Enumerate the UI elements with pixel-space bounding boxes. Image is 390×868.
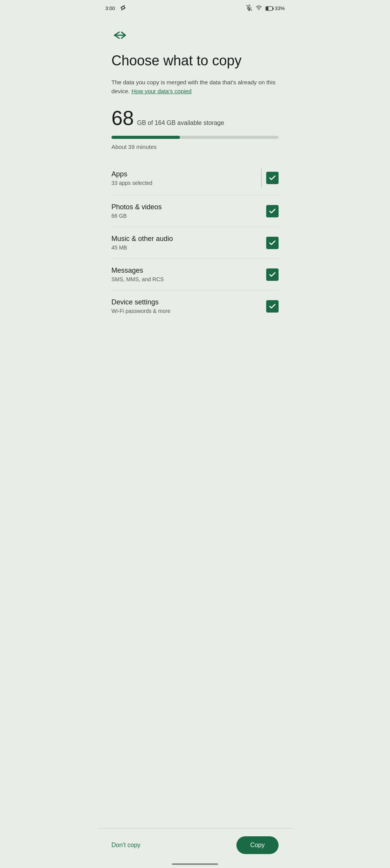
music-checkbox[interactable] [266, 237, 279, 249]
photos-checkbox[interactable] [266, 205, 279, 217]
apps-item-right [261, 169, 279, 187]
photos-title: Photos & videos [111, 203, 266, 211]
device-settings-checkbox[interactable] [266, 300, 279, 313]
wifi-icon [255, 5, 262, 12]
photos-item[interactable]: Photos & videos 66 GB [111, 195, 279, 227]
music-item[interactable]: Music & other audio 45 MB [111, 227, 279, 259]
messages-item[interactable]: Messages SMS, MMS, and RCS [111, 259, 279, 290]
data-items-list: Apps 33 apps selected Photos & videos 66… [111, 161, 279, 322]
device-settings-right [266, 300, 279, 313]
photos-subtitle: 66 GB [111, 213, 266, 219]
storage-label: GB of 164 GB available storage [137, 120, 224, 126]
music-item-right [266, 237, 279, 249]
battery-icon: 33% [265, 5, 285, 11]
page-title: Choose what to copy [111, 52, 279, 69]
apps-item-left: Apps 33 apps selected [111, 170, 261, 186]
how-data-copied-link[interactable]: How your data's copied [132, 88, 192, 94]
back-arrow[interactable] [111, 29, 279, 43]
time-display: 3:00 [105, 5, 115, 11]
music-item-left: Music & other audio 45 MB [111, 235, 266, 251]
music-title: Music & other audio [111, 235, 266, 243]
messages-item-left: Messages SMS, MMS, and RCS [111, 267, 266, 282]
photos-item-left: Photos & videos 66 GB [111, 203, 266, 219]
messages-subtitle: SMS, MMS, and RCS [111, 276, 266, 282]
device-settings-subtitle: Wi-Fi passwords & more [111, 308, 266, 314]
music-subtitle: 45 MB [111, 244, 266, 251]
status-bar: 3:00 [98, 0, 292, 15]
status-right: 33% [246, 5, 285, 12]
device-settings-left: Device settings Wi-Fi passwords & more [111, 298, 266, 314]
main-content: Choose what to copy The data you copy is… [98, 15, 292, 368]
apps-checkbox[interactable] [266, 172, 279, 184]
storage-info: 68 GB of 164 GB available storage [111, 106, 279, 130]
svg-rect-6 [273, 7, 274, 9]
svg-point-4 [258, 9, 259, 10]
messages-item-right [266, 268, 279, 281]
apps-title: Apps [111, 170, 261, 178]
apps-subtitle: 33 apps selected [111, 180, 261, 186]
status-left: 3:00 [105, 5, 127, 12]
messages-title: Messages [111, 267, 266, 275]
time-estimate: About 39 minutes [111, 144, 279, 150]
apps-item[interactable]: Apps 33 apps selected [111, 161, 279, 195]
storage-progress-bar [111, 136, 279, 139]
storage-used: 68 [111, 107, 134, 129]
mute-icon [246, 5, 252, 12]
photos-item-right [266, 205, 279, 217]
device-settings-item[interactable]: Device settings Wi-Fi passwords & more [111, 290, 279, 322]
messages-checkbox[interactable] [266, 268, 279, 281]
transfer-icon [120, 5, 127, 12]
description-text: The data you copy is merged with the dat… [111, 78, 279, 96]
progress-bar-fill [111, 136, 180, 139]
svg-rect-7 [266, 7, 269, 10]
apps-divider [261, 169, 262, 187]
device-settings-title: Device settings [111, 298, 266, 306]
